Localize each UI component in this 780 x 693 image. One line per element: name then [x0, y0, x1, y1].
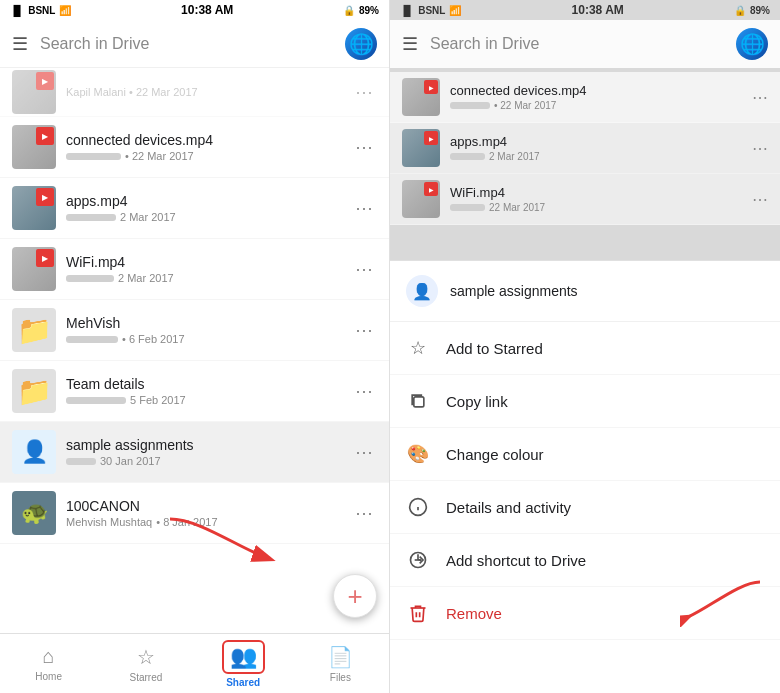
context-menu: 👤 sample assignments ☆ Add to Starred Co… — [390, 260, 780, 693]
file-meta: 2 Mar 2017 — [66, 272, 341, 284]
list-item[interactable]: ▶ WiFi.mp4 2 Mar 2017 ⋯ — [0, 239, 389, 300]
file-date: 2 Mar 2017 — [489, 151, 540, 162]
file-date: • 8 Jan 2017 — [156, 516, 217, 528]
file-info: apps.mp4 2 Mar 2017 — [66, 193, 341, 223]
video-badge: ▶ — [36, 249, 54, 267]
file-name: MehVish — [66, 315, 341, 331]
menu-item-remove[interactable]: Remove — [390, 587, 780, 640]
more-options-icon[interactable]: ⋯ — [351, 77, 377, 107]
file-name: connected devices.mp4 — [66, 132, 341, 148]
user-avatar-right[interactable]: 🌐 — [736, 28, 768, 60]
more-options-icon[interactable]: ⋯ — [351, 437, 377, 467]
more-options-icon[interactable]: ⋯ — [752, 139, 768, 158]
file-date: • 6 Feb 2017 — [122, 333, 185, 345]
right-panel: ▐▌ BSNL 📶 10:38 AM 🔒 89% ☰ Search in Dri… — [390, 0, 780, 693]
menu-label-details: Details and activity — [446, 499, 571, 516]
hamburger-icon-right[interactable]: ☰ — [402, 33, 418, 55]
svg-rect-0 — [414, 397, 424, 407]
file-info: Kapil Malani • 22 Mar 2017 — [66, 86, 341, 98]
menu-item-copylink[interactable]: Copy link — [390, 375, 780, 428]
meta-blur — [450, 102, 490, 109]
list-item[interactable]: ▶ apps.mp4 2 Mar 2017 ⋯ — [0, 178, 389, 239]
nav-label-starred: Starred — [129, 672, 162, 683]
nav-item-shared[interactable]: 👥 Shared — [195, 640, 292, 688]
list-item[interactable]: 📁 Team details 5 Feb 2017 ⋯ — [0, 361, 389, 422]
file-date: 30 Jan 2017 — [100, 455, 161, 467]
nav-item-files[interactable]: 📄 Files — [292, 645, 389, 683]
menu-item-colour[interactable]: 🎨 Change colour — [390, 428, 780, 481]
meta-blur — [450, 204, 485, 211]
video-badge: ▶ — [36, 188, 54, 206]
context-header-icon: 👤 — [406, 275, 438, 307]
annotation-arrow-remove — [680, 577, 770, 631]
lock-icon-right: 🔒 — [734, 5, 746, 16]
video-badge: ▶ — [36, 127, 54, 145]
meta-blur — [66, 153, 121, 160]
battery-left: 89% — [359, 5, 379, 16]
more-options-icon[interactable]: ⋯ — [351, 132, 377, 162]
video-badge: ▶ — [424, 80, 438, 94]
more-options-icon[interactable]: ⋯ — [752, 88, 768, 107]
right-search-bar[interactable]: ☰ Search in Drive 🌐 — [390, 20, 780, 68]
file-name: WiFi.mp4 — [66, 254, 341, 270]
menu-label-copylink: Copy link — [446, 393, 508, 410]
folder-icon: 📁 — [17, 375, 52, 408]
search-text-right[interactable]: Search in Drive — [430, 35, 724, 53]
info-icon-menu — [406, 495, 430, 519]
right-battery: 🔒 89% — [734, 5, 770, 16]
file-name: apps.mp4 — [66, 193, 341, 209]
file-info: apps.mp4 2 Mar 2017 — [450, 134, 742, 162]
file-thumbnail: ▶ — [12, 70, 56, 114]
time-left: 10:38 AM — [181, 3, 233, 17]
user-avatar-left[interactable]: 🌐 — [345, 28, 377, 60]
list-item[interactable]: ▶ WiFi.mp4 22 Mar 2017 ⋯ — [390, 174, 780, 225]
more-options-icon[interactable]: ⋯ — [351, 498, 377, 528]
bottom-navigation: ⌂ Home ☆ Starred 👥 Shared 📄 Files — [0, 633, 389, 693]
file-meta: • 22 Mar 2017 — [66, 150, 341, 162]
file-info: MehVish • 6 Feb 2017 — [66, 315, 341, 345]
more-options-icon[interactable]: ⋯ — [351, 315, 377, 345]
hamburger-icon[interactable]: ☰ — [12, 33, 28, 55]
list-item[interactable]: ▶ connected devices.mp4 • 22 Mar 2017 ⋯ — [0, 117, 389, 178]
search-text-left[interactable]: Search in Drive — [40, 35, 333, 53]
nav-item-starred[interactable]: ☆ Starred — [97, 645, 194, 683]
list-item[interactable]: 📁 MehVish • 6 Feb 2017 ⋯ — [0, 300, 389, 361]
more-options-icon[interactable]: ⋯ — [351, 254, 377, 284]
battery-icon-left: 🔒 — [343, 5, 355, 16]
menu-item-starred[interactable]: ☆ Add to Starred — [390, 322, 780, 375]
nav-label-home: Home — [35, 671, 62, 682]
more-options-icon[interactable]: ⋯ — [351, 193, 377, 223]
file-thumbnail: ▶ — [12, 125, 56, 169]
right-top-overlay: ▐▌ BSNL 📶 10:38 AM 🔒 89% ☰ Search in Dri… — [390, 0, 780, 260]
menu-item-details[interactable]: Details and activity — [390, 481, 780, 534]
list-item[interactable]: ▶ Kapil Malani • 22 Mar 2017 ⋯ — [0, 68, 389, 117]
file-date: • 22 Mar 2017 — [125, 150, 194, 162]
list-item[interactable]: 🐢 100CANON Mehvish Mushtaq • 8 Jan 2017 … — [0, 483, 389, 544]
context-header-title: sample assignments — [450, 283, 578, 299]
nav-item-home[interactable]: ⌂ Home — [0, 645, 97, 682]
home-icon: ⌂ — [43, 645, 55, 668]
left-search-bar[interactable]: ☰ Search in Drive 🌐 — [0, 20, 389, 68]
files-icon: 📄 — [328, 645, 353, 669]
shortcut-icon-menu — [406, 548, 430, 572]
more-options-icon[interactable]: ⋯ — [351, 376, 377, 406]
wifi-icon-right: 📶 — [449, 5, 461, 16]
star-icon-menu: ☆ — [406, 336, 430, 360]
right-carrier: ▐▌ BSNL 📶 — [400, 5, 461, 16]
left-status-right: 🔒 89% — [343, 5, 379, 16]
signal-icon-right: ▐▌ — [400, 5, 414, 16]
wifi-icon: 📶 — [59, 5, 71, 16]
file-info: WiFi.mp4 22 Mar 2017 — [450, 185, 742, 213]
menu-label-shortcut: Add shortcut to Drive — [446, 552, 586, 569]
file-meta: • 22 Mar 2017 — [450, 100, 742, 111]
file-thumbnail: 👤 — [12, 430, 56, 474]
more-options-icon[interactable]: ⋯ — [752, 190, 768, 209]
fab-button[interactable]: + — [333, 574, 377, 618]
menu-label-colour: Change colour — [446, 446, 544, 463]
list-item[interactable]: ▶ connected devices.mp4 • 22 Mar 2017 ⋯ — [390, 72, 780, 123]
list-item-sample-assignments[interactable]: 👤 sample assignments 30 Jan 2017 ⋯ — [0, 422, 389, 483]
list-item[interactable]: ▶ apps.mp4 2 Mar 2017 ⋯ — [390, 123, 780, 174]
file-meta: Mehvish Mushtaq • 8 Jan 2017 — [66, 516, 341, 528]
file-meta: 5 Feb 2017 — [66, 394, 341, 406]
file-meta: 22 Mar 2017 — [450, 202, 742, 213]
